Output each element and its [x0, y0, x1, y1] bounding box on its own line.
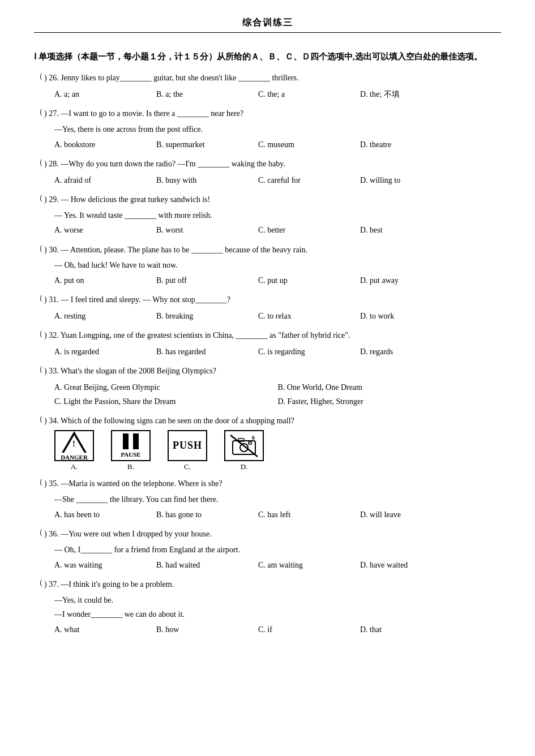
- sign-d: 6 D.: [224, 430, 264, 471]
- option-36-d: D. have waited: [360, 558, 462, 572]
- option-37-d: D. that: [360, 622, 462, 637]
- option-28-a: A. afraid of: [54, 173, 156, 187]
- option-37-a: A. what: [54, 622, 156, 637]
- option-27-c: C. museum: [258, 138, 360, 152]
- option-37-c: C. if: [258, 622, 360, 637]
- question-31: （ ) 31. — I feel tired and sleepy. — Why…: [34, 293, 501, 323]
- sign-b: PAUSE B.: [111, 430, 151, 471]
- option-26-c: C. the; a: [258, 87, 360, 101]
- question-33: （ ) 33. What's the slogan of the 2008 Be…: [34, 364, 501, 409]
- option-37-b: B. how: [156, 622, 258, 637]
- option-28-d: D. willing to: [360, 173, 462, 187]
- option-29-c: C. better: [258, 223, 360, 237]
- option-35-b: B. has gone to: [156, 508, 258, 522]
- option-30-a: A. put on: [54, 273, 156, 287]
- option-27-a: A. bookstore: [54, 138, 156, 152]
- option-28-c: C. careful for: [258, 173, 360, 187]
- option-30-c: C. put up: [258, 273, 360, 287]
- option-32-b: B. has regarded: [156, 345, 258, 359]
- option-29-b: B. worst: [156, 223, 258, 237]
- option-31-d: D. to work: [360, 309, 462, 323]
- svg-rect-3: [249, 442, 251, 444]
- option-29-d: D. best: [360, 223, 462, 237]
- svg-rect-2: [238, 439, 244, 441]
- option-33-c: C. Light the Passion, Share the Dream: [54, 394, 278, 409]
- question-30: （ ) 30. — Attention, please. The plane h…: [34, 243, 501, 288]
- option-26-d: D. the; 不填: [360, 87, 462, 101]
- page-title: 综合训练三: [34, 17, 501, 29]
- option-35-a: A. has been to: [54, 508, 156, 522]
- option-29-a: A. worse: [54, 223, 156, 237]
- option-33-d: D. Faster, Higher, Stronger: [278, 394, 502, 409]
- question-27: （ ) 27. —I want to go to a movie. Is the…: [34, 107, 501, 152]
- option-36-c: C. am waiting: [258, 558, 360, 572]
- sign-c: PUSH C.: [168, 430, 207, 471]
- option-30-b: B. put off: [156, 273, 258, 287]
- question-35: （ ) 35. —Maria is wanted on the telephon…: [34, 477, 501, 522]
- option-27-b: B. supermarket: [156, 138, 258, 152]
- option-36-b: B. had waited: [156, 558, 258, 572]
- question-29: （ ) 29. — How delicious the great turkey…: [34, 193, 501, 238]
- option-35-c: C. has left: [258, 508, 360, 522]
- option-31-b: B. breaking: [156, 309, 258, 323]
- option-30-d: D. put away: [360, 273, 462, 287]
- question-32: （ ) 32. Yuan Longping, one of the greate…: [34, 329, 501, 359]
- question-34: （ ) 34. Which of the following signs can…: [34, 414, 501, 471]
- option-36-a: A. was waiting: [54, 558, 156, 572]
- question-36: （ ) 36. —You were out when I dropped by …: [34, 527, 501, 572]
- option-27-d: D. theatre: [360, 138, 462, 152]
- option-33-b: B. One World, One Dream: [278, 380, 502, 394]
- option-32-d: D. regards: [360, 345, 462, 359]
- option-26-b: B. a; the: [156, 87, 258, 101]
- svg-text:6: 6: [252, 435, 255, 441]
- section-header: Ⅰ 单项选择（本题一节，每小题１分，计１５分）从所给的Ａ、Ｂ、Ｃ、Ｄ四个选项中,…: [34, 50, 501, 63]
- question-37: （ ) 37. —I think it's going to be a prob…: [34, 578, 501, 637]
- question-26: （ ) 26. Jenny likes to play________ guit…: [34, 71, 501, 101]
- option-32-c: C. is regarding: [258, 345, 360, 359]
- option-35-d: D. will leave: [360, 508, 462, 522]
- option-31-a: A. resting: [54, 309, 156, 323]
- sign-a: ! DANGER A.: [54, 430, 94, 471]
- question-28: （ ) 28. —Why do you turn down the radio?…: [34, 157, 501, 187]
- option-32-a: A. is regarded: [54, 345, 156, 359]
- option-33-a: A. Great Beijing, Green Olympic: [54, 380, 278, 394]
- option-31-c: C. to relax: [258, 309, 360, 323]
- option-28-b: B. busy with: [156, 173, 258, 187]
- option-26-a: A. a; an: [54, 87, 156, 101]
